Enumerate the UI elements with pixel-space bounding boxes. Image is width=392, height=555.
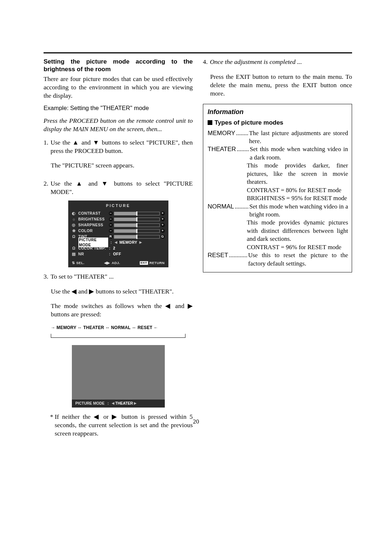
term-reset: RESET [208,251,228,259]
left-column: Setting the picture mode according to th… [44,58,193,438]
slider-track [114,229,160,233]
left-arrow-icon: ◀ [115,240,117,245]
plus-icon [161,211,165,215]
step-3-line2: The mode switches as follows when the ◀ … [51,302,193,319]
cycle-line: → MEMORY ↔ THEATER ↔ NORMAL ↔ RESET ← [51,325,193,331]
dots: ........ [236,145,250,153]
osd-colortemp-value: 2 [113,246,115,251]
dots: ......... [234,203,249,211]
plus-icon [161,217,165,221]
step-3-num: 3. [44,272,48,281]
info-subheading: Types of picture modes [208,119,348,127]
black-square-icon [208,120,212,125]
osd-color-label: COLOR [78,228,107,234]
preamble: Press the PROCEED button on the remote c… [44,117,193,133]
left-arrow-icon: ◀ [112,401,114,406]
slider-track [114,212,160,215]
step-3-line1: Use the ◀ and ▶ buttons to select "THEAT… [51,287,193,296]
osd-return: RETURN [150,261,165,266]
section-title: Setting the picture mode according to th… [44,58,193,73]
term-theater: THEATER [208,145,236,153]
page-number: 20 [0,418,392,425]
slider-track [114,235,160,239]
leftright-icon: ◀▶ [104,261,110,266]
minus-icon [109,217,113,221]
osd-theater-preview: PICTURE MODE : ◀ THEATER ▶ [72,345,165,408]
osd2-footer: PICTURE MODE : ◀ THEATER ▶ [72,400,165,408]
desc-reset: RESET ............ Use this to reset the… [208,251,348,268]
osd-picture-menu: PICTURE ◐ CONTRAST ☼ BRIGHTNESS ◎ SHARPN… [68,200,168,267]
step-1: 1. Use the ▲ and ▼ buttons to select "PI… [44,138,193,155]
step-3: 3. To set to "THEATER" ... [44,272,193,281]
def-reset: Use this to reset the picture to the fac… [248,251,348,268]
top-rule [44,52,352,53]
tint-icon: Ω [72,234,76,239]
colon: : [107,401,109,406]
dots: ........ [235,129,249,137]
step-1-after: The "PICTURE" screen appears. [51,161,193,170]
osd-adj: ADJ. [112,261,120,266]
step-4-num: 4. [203,58,208,66]
desc-memory: MEMORY ........ The last picture adjustm… [208,129,348,146]
osd-row-picture-mode: PICTURE MODE : ◀ MEMORY ▶ [72,240,165,246]
osd-sharpness-label: SHARPNESS [78,223,107,228]
desc-normal: NORMAL ......... Set this mode when watc… [208,203,348,219]
color-icon: ❀ [72,228,76,234]
osd2-body [72,345,165,400]
two-column-layout: Setting the picture mode according to th… [44,58,352,438]
def-theater-c1: This mode provides darker, finer picture… [247,162,348,186]
right-arrow-icon: ▶ [139,240,142,245]
slider-track [114,223,160,227]
step-2: 2. Use the ▲ and ▼ buttons to select "PI… [44,179,193,196]
osd-row-brightness: ☼ BRIGHTNESS [72,216,165,222]
example-line: Example: Setting the "THEATER" mode [44,104,193,112]
r-icon [109,235,113,239]
intro-text: There are four picture modes that can be… [44,75,193,100]
osd-brightness-label: BRIGHTNESS [78,217,107,222]
step-4: 4. Once the adjustment is completed ... [203,58,352,66]
osd-row-colortemp: Ω COLOR TEMP. : 2 [72,246,165,251]
def-normal: Set this mode when watching video in a b… [249,203,348,219]
def-memory: The last picture adjustments are stored … [249,129,348,146]
osd-title: PICTURE [72,203,165,208]
minus-icon [109,223,113,227]
step-1-num: 1. [44,138,48,155]
step-4-title: Once the adjustment is completed ... [210,58,352,66]
def-normal-c2: CONTRAST = 96% for RESET mode [247,243,348,251]
right-column: 4. Once the adjustment is completed ... … [203,58,352,438]
def-theater: Set this mode when watching video in a d… [250,145,348,162]
osd-contrast-label: CONTRAST [78,211,107,216]
plus-icon [161,229,165,233]
colon: : [109,246,111,251]
information-box: Information Types of picture modes MEMOR… [203,104,352,272]
osd-row-sharpness: ◎ SHARPNESS [72,222,165,228]
nr-icon: ▤ [72,252,76,257]
minus-icon [109,211,113,215]
slider-track [114,218,160,221]
osd-footer: ⇅SEL. ◀▶ADJ. EXITRETURN [72,261,165,266]
updown-icon: ⇅ [72,261,75,266]
info-heading: Information [208,108,348,117]
osd-picmode-value: MEMORY [119,240,137,245]
osd-row-color: ❀ COLOR [72,228,165,234]
desc-theater: THEATER ........ Set this mode when watc… [208,145,348,162]
minus-icon [109,229,113,233]
temp-icon: Ω [72,246,76,251]
dots: ............ [228,251,248,259]
colon: : [109,252,111,257]
step-1-text: Use the ▲ and ▼ buttons to select "PICTU… [50,138,193,155]
colon: : [110,240,113,245]
step-2-num: 2. [44,179,48,196]
info-sub-text: Types of picture modes [215,119,283,126]
g-icon [161,235,165,239]
right-arrow-icon: ▶ [134,401,136,406]
osd-colortemp-label: COLOR TEMP. [78,246,107,251]
def-theater-c2: CONTRAST = 80% for RESET mode [247,186,348,194]
osd2-label: PICTURE MODE [75,401,105,406]
osd-nr-label: NR [78,252,107,257]
plus-icon [161,223,165,227]
def-normal-c1: This mode provides dynamic pictures with… [247,219,348,243]
brightness-icon: ☼ [72,217,76,222]
osd-sel: SEL. [76,261,85,266]
term-normal: NORMAL [208,203,234,211]
